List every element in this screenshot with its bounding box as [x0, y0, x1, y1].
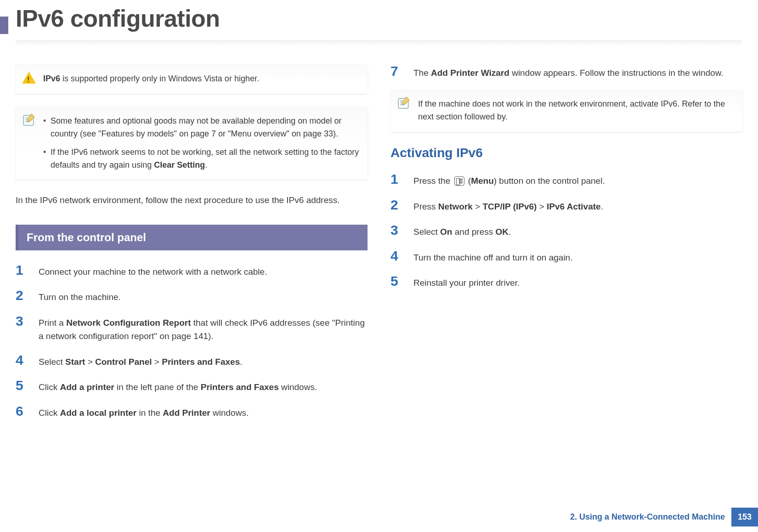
step-4: 4 Select Start > Control Panel > Printer…	[16, 353, 368, 368]
left-steps: 1 Connect your machine to the network wi…	[16, 263, 368, 419]
activate-step-5: 5 Reinstall your printer driver.	[390, 274, 742, 289]
header-accent	[0, 17, 8, 34]
step-number: 1	[390, 172, 403, 186]
header-divider	[16, 40, 742, 47]
activate-step-4: 4 Turn the machine off and turn it on ag…	[390, 249, 742, 264]
warning-box: IPv6 is supported properly only in Windo…	[16, 64, 368, 94]
footer-page-number: 153	[731, 508, 758, 526]
step-body: Click Add a local printer in the Add Pri…	[39, 404, 249, 419]
right-column: 7 The Add Printer Wizard window appears.…	[390, 64, 742, 430]
step-3: 3 Print a Network Configuration Report t…	[16, 314, 368, 343]
warning-icon	[22, 71, 36, 85]
step-number: 3	[390, 223, 403, 237]
right-steps-top: 7 The Add Printer Wizard window appears.…	[390, 64, 742, 79]
step-5: 5 Click Add a printer in the left pane o…	[16, 379, 368, 394]
activate-step-2: 2 Press Network > TCP/IP (IPv6) > IPv6 A…	[390, 198, 742, 213]
step-number: 6	[16, 404, 28, 418]
step-body: The Add Printer Wizard window appears. F…	[413, 64, 724, 79]
menu-icon	[454, 176, 464, 186]
note-box-2: If the machine does not work in the netw…	[390, 90, 742, 132]
step-number: 2	[16, 289, 28, 302]
step-1: 1 Connect your machine to the network wi…	[16, 263, 368, 278]
note2-text: If the machine does not work in the netw…	[418, 99, 725, 121]
step-number: 5	[16, 379, 28, 392]
step-number: 5	[390, 274, 403, 288]
section-heading: From the control panel	[16, 225, 368, 250]
note-icon	[397, 96, 411, 110]
step-2: 2 Turn on the machine.	[16, 289, 368, 304]
note1-item2: If the IPv6 network seems to not be work…	[43, 146, 359, 172]
activate-step-3: 3 Select On and press OK.	[390, 223, 742, 238]
warn-text: is supported properly only in Windows Vi…	[60, 74, 259, 83]
intro-text: In the IPv6 network environment, follow …	[16, 193, 368, 207]
note-box-1: Some features and optional goods may not…	[16, 107, 368, 180]
step-number: 7	[390, 64, 403, 78]
footer-chapter: 2. Using a Network-Connected Machine	[570, 512, 725, 522]
step-body: Press the (Menu) button on the control p…	[413, 172, 605, 187]
activate-step-1: 1 Press the (Menu) button on the control…	[390, 172, 742, 187]
step-body: Turn on the machine.	[39, 289, 121, 304]
step-number: 2	[390, 198, 403, 212]
step-body: Connect your machine to the network with…	[39, 263, 267, 278]
step-body: Select On and press OK.	[413, 223, 511, 238]
page-footer: 2. Using a Network-Connected Machine 153	[0, 508, 758, 526]
warn-bold: IPv6	[43, 74, 60, 83]
step-body: Click Add a printer in the left pane of …	[39, 379, 317, 394]
step-number: 1	[16, 263, 28, 277]
step-number: 4	[390, 249, 403, 263]
note-icon	[22, 113, 36, 127]
step-number: 3	[16, 314, 28, 328]
step-number: 4	[16, 353, 28, 367]
step-body: Reinstall your printer driver.	[413, 274, 520, 289]
page-header: IPv6 configuration	[0, 0, 758, 47]
step-body: Print a Network Configuration Report tha…	[39, 314, 368, 343]
left-column: IPv6 is supported properly only in Windo…	[16, 64, 368, 430]
note1-item1: Some features and optional goods may not…	[43, 115, 359, 141]
content-area: IPv6 is supported properly only in Windo…	[0, 47, 758, 430]
right-steps-bottom: 1 Press the (Menu) button on the control…	[390, 172, 742, 289]
subsection-title: Activating IPv6	[390, 146, 742, 160]
step-7: 7 The Add Printer Wizard window appears.…	[390, 64, 742, 79]
step-body: Turn the machine off and turn it on agai…	[413, 249, 572, 264]
page-title: IPv6 configuration	[0, 0, 758, 40]
step-body: Select Start > Control Panel > Printers …	[39, 353, 243, 368]
step-6: 6 Click Add a local printer in the Add P…	[16, 404, 368, 419]
step-body: Press Network > TCP/IP (IPv6) > IPv6 Act…	[413, 198, 603, 213]
